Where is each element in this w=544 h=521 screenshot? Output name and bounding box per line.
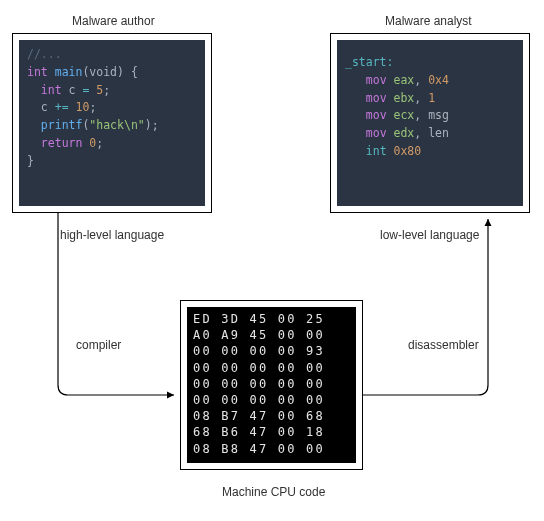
analyst-title-label: Malware analyst (385, 14, 472, 28)
c-source-panel: //... int main(void) { int c = 5; c += 1… (19, 40, 205, 206)
c-num-10: 10 (76, 100, 90, 114)
mc-row1: A0 A9 45 00 00 (193, 328, 325, 342)
mc-row3: 00 00 00 00 00 (193, 361, 325, 375)
asm-mov4: mov (366, 126, 387, 140)
mc-row0: ED 3D 45 00 25 (193, 312, 325, 326)
asm-int: int (366, 144, 387, 158)
c-var-c: c (69, 83, 76, 97)
asm-mov2: mov (366, 91, 387, 105)
mc-row8: 08 B8 47 00 00 (193, 442, 325, 456)
author-box: //... int main(void) { int c = 5; c += 1… (12, 33, 212, 213)
mc-row4: 00 00 00 00 00 (193, 377, 325, 391)
asm-label-start: _start: (345, 55, 393, 69)
c-kw-int2: int (41, 83, 62, 97)
asm-panel: _start: mov eax, 0x4 mov ebx, 1 mov ecx,… (337, 40, 523, 206)
mc-row5: 00 00 00 00 00 (193, 393, 325, 407)
disassembler-arrow (363, 219, 488, 395)
c-op-pluseq: += (55, 100, 69, 114)
asm-ebx: ebx (394, 91, 415, 105)
asm-eax: eax (394, 73, 415, 87)
asm-0x80: 0x80 (394, 144, 422, 158)
disassembler-label: disassembler (408, 338, 479, 352)
asm-msg: msg (428, 108, 449, 122)
machine-title-label: Machine CPU code (222, 485, 325, 499)
low-level-label: low-level language (380, 228, 479, 242)
asm-edx: edx (394, 126, 415, 140)
analyst-box: _start: mov eax, 0x4 mov ebx, 1 mov ecx,… (330, 33, 530, 213)
asm-mov3: mov (366, 108, 387, 122)
c-punct: (void) { (82, 65, 137, 79)
mc-row7: 68 B6 47 00 18 (193, 425, 325, 439)
c-str-hack: "hack\n" (89, 118, 144, 132)
author-title-label: Malware author (72, 14, 155, 28)
compiler-label: compiler (76, 338, 121, 352)
c-func-printf: printf (41, 118, 83, 132)
c-op-eq: = (82, 83, 89, 97)
c-var-c2: c (41, 100, 48, 114)
c-kw-int: int (27, 65, 48, 79)
c-close-brace: } (27, 154, 34, 168)
mc-row6: 08 B7 47 00 68 (193, 409, 325, 423)
asm-len: len (428, 126, 449, 140)
machine-code-panel: ED 3D 45 00 25 A0 A9 45 00 00 00 00 00 0… (187, 307, 356, 463)
asm-ecx: ecx (394, 108, 415, 122)
high-level-label: high-level language (60, 228, 164, 242)
c-kw-return: return (41, 136, 83, 150)
asm-mov1: mov (366, 73, 387, 87)
asm-1: 1 (428, 91, 435, 105)
c-comment: //... (27, 47, 62, 61)
asm-0x4: 0x4 (428, 73, 449, 87)
c-func-main: main (55, 65, 83, 79)
machine-box: ED 3D 45 00 25 A0 A9 45 00 00 00 00 00 0… (180, 300, 363, 470)
mc-row2: 00 00 00 00 93 (193, 344, 325, 358)
